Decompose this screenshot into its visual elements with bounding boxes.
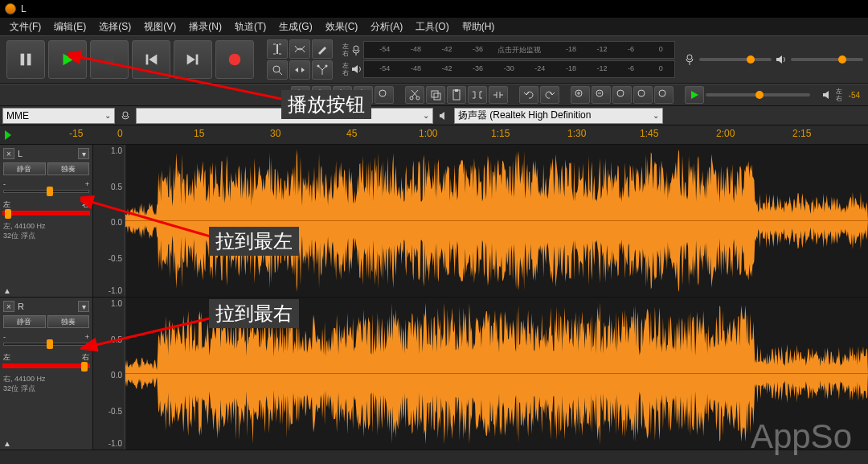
- track-menu-button[interactable]: ▾: [78, 301, 89, 312]
- svg-rect-6: [276, 44, 278, 54]
- collapse-button[interactable]: ▲: [3, 439, 11, 448]
- menu-edit[interactable]: 编辑(E): [47, 18, 92, 35]
- svg-point-17: [379, 90, 386, 96]
- play-button[interactable]: [48, 40, 87, 79]
- paste-icon[interactable]: [447, 86, 466, 104]
- fit-selection-icon[interactable]: [333, 86, 352, 104]
- zoom-toggle-icon[interactable]: [375, 86, 394, 104]
- stop-button[interactable]: [90, 40, 129, 79]
- undo-icon[interactable]: [519, 86, 538, 104]
- title-bar: L: [0, 0, 868, 18]
- menu-effect[interactable]: 效果(C): [319, 18, 365, 35]
- device-toolbar: MME 扬声器 (Realtek High Definition: [0, 106, 868, 125]
- menu-view[interactable]: 视图(V): [137, 18, 182, 35]
- multi-tool-icon[interactable]: [312, 60, 333, 80]
- rec-meter-label: 左右: [342, 43, 349, 57]
- recording-device-dropdown[interactable]: [136, 108, 433, 124]
- redo-icon[interactable]: [540, 86, 559, 104]
- playback-volume-slider[interactable]: [791, 58, 863, 61]
- track-name[interactable]: L: [18, 149, 75, 158]
- speaker-icon: [821, 88, 834, 101]
- track-format-info: 左, 44100 Hz32位 浮点: [3, 221, 89, 240]
- mute-button[interactable]: 静音: [3, 162, 46, 175]
- menu-analyze[interactable]: 分析(A): [364, 18, 409, 35]
- envelope-tool-icon[interactable]: [289, 39, 310, 59]
- svg-point-26: [617, 90, 624, 96]
- svg-point-10: [354, 46, 358, 51]
- menu-select[interactable]: 选择(S): [92, 18, 137, 35]
- track-control-panel[interactable]: × R ▾ 静音 独奏 -+ 左右 右, 44100 Hz32位 浮点 ▲: [0, 298, 93, 450]
- gain-slider[interactable]: [3, 190, 89, 193]
- playback-meter-val: -54: [844, 91, 865, 100]
- pan-slider[interactable]: [3, 364, 89, 368]
- svg-rect-21: [434, 93, 440, 100]
- play-meter-label: 左右: [342, 62, 349, 76]
- zoom-out-icon[interactable]: [592, 86, 611, 104]
- svg-point-28: [659, 90, 665, 96]
- menu-file[interactable]: 文件(F): [3, 18, 47, 35]
- svg-rect-15: [339, 92, 342, 95]
- track-format-info: 右, 44100 Hz32位 浮点: [3, 374, 89, 393]
- svg-rect-2: [104, 55, 115, 65]
- recording-volume-slider[interactable]: [699, 58, 772, 61]
- mute-button[interactable]: 静音: [3, 315, 46, 328]
- solo-button[interactable]: 独奏: [47, 315, 90, 328]
- zoom-toggle-icon[interactable]: [654, 86, 674, 104]
- timeline-ruler[interactable]: -15 0 15 30 45 1:00 1:15 1:30 1:45 2:00 …: [0, 125, 868, 145]
- playback-meter[interactable]: -54 -48 -42 -36 -30 -24 -18 -12 -6 0: [363, 60, 675, 78]
- collapse-button[interactable]: ▲: [3, 286, 11, 295]
- selection-tool-icon[interactable]: [267, 39, 288, 59]
- close-track-button[interactable]: ×: [3, 301, 14, 312]
- pause-button[interactable]: [6, 40, 45, 79]
- copy-icon[interactable]: [426, 86, 445, 104]
- svg-point-29: [123, 112, 128, 117]
- recording-meter[interactable]: -54 -48 -42 -36 点击开始监视 -18 -12 -6 0: [363, 41, 675, 59]
- track-menu-button[interactable]: ▾: [78, 148, 89, 159]
- svg-point-5: [229, 54, 241, 66]
- fit-project-icon[interactable]: [354, 86, 373, 104]
- gain-slider[interactable]: [3, 343, 89, 346]
- zoom-in-icon[interactable]: [291, 86, 310, 104]
- speaker-icon: [436, 110, 452, 121]
- zoom-fit-icon[interactable]: [633, 86, 653, 104]
- waveform-display[interactable]: 1.0 0.5 0.0 -0.5 -1.0: [93, 145, 868, 297]
- timeline-play-icon[interactable]: [5, 130, 11, 140]
- mixer-section: [678, 53, 868, 66]
- menu-bar: 文件(F) 编辑(E) 选择(S) 视图(V) 播录(N) 轨道(T) 生成(G…: [0, 18, 868, 35]
- track-name[interactable]: R: [18, 302, 75, 311]
- zoom-in-icon[interactable]: [571, 86, 590, 104]
- audio-host-dropdown[interactable]: MME: [2, 108, 115, 124]
- svg-point-19: [416, 96, 420, 100]
- menu-tools[interactable]: 工具(O): [409, 18, 455, 35]
- solo-button[interactable]: 独奏: [47, 162, 90, 175]
- amplitude-scale: 1.0 0.5 0.0 -0.5 -1.0: [93, 145, 125, 297]
- toolbar-row-2: 左右 -54: [0, 84, 868, 106]
- close-track-button[interactable]: ×: [3, 148, 14, 159]
- mic-icon: [350, 44, 362, 55]
- play-at-speed-icon[interactable]: [685, 86, 704, 104]
- skip-start-button[interactable]: [132, 40, 170, 79]
- zoom-out-icon[interactable]: [312, 86, 331, 104]
- trim-icon[interactable]: [468, 86, 487, 104]
- pan-slider[interactable]: [3, 211, 89, 215]
- svg-point-11: [687, 55, 692, 60]
- play-speed-slider[interactable]: [706, 93, 810, 96]
- menu-generate[interactable]: 生成(G): [272, 18, 318, 35]
- skip-end-button[interactable]: [174, 40, 212, 79]
- silence-icon[interactable]: [489, 86, 508, 104]
- menu-tracks[interactable]: 轨道(T): [228, 18, 272, 35]
- menu-transport[interactable]: 播录(N): [182, 18, 228, 35]
- timeshift-tool-icon[interactable]: [289, 60, 310, 80]
- record-button[interactable]: [215, 40, 254, 79]
- waveform-display[interactable]: 1.0 0.5 0.0 -0.5 -1.0: [93, 298, 868, 450]
- zoom-sel-icon[interactable]: [612, 86, 632, 104]
- svg-point-27: [638, 90, 645, 96]
- draw-tool-icon[interactable]: [312, 39, 333, 59]
- tools-section: [265, 36, 334, 83]
- menu-help[interactable]: 帮助(H): [456, 18, 502, 35]
- track-control-panel[interactable]: × L ▾ 静音 独奏 -+ 左右 左, 44100 Hz32位 浮点 ▲: [0, 145, 93, 297]
- cut-icon[interactable]: [405, 86, 424, 104]
- zoom-tool-icon[interactable]: [267, 60, 288, 80]
- playback-device-dropdown[interactable]: 扬声器 (Realtek High Definition: [454, 108, 663, 124]
- svg-rect-23: [455, 89, 458, 92]
